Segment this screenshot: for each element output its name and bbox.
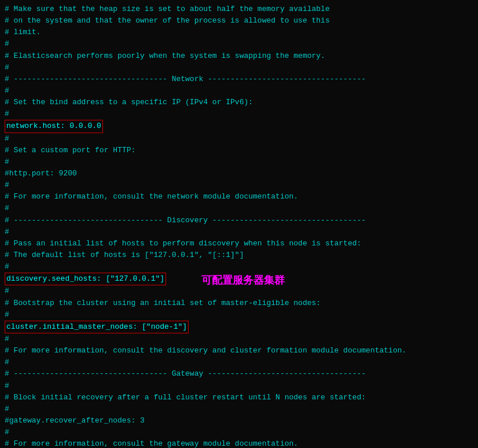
line-19: # --------------------------------- Disc…	[5, 215, 473, 226]
line-24: discovery.seed_hosts: ["127.0.0.1"]可配置服务…	[5, 273, 473, 285]
editor: # Make sure that the heap size is set to…	[0, 0, 478, 448]
line-11: network.host: 0.0.0.0	[5, 120, 473, 133]
line-34: # Block initial recovery after a full cl…	[5, 392, 473, 403]
line-36: #gateway.recover_after_nodes: 3	[5, 415, 473, 427]
annotation-label: 可配置服务器集群	[201, 273, 285, 289]
line-17: # For more information, consult the netw…	[5, 191, 473, 203]
line-8: #	[5, 85, 473, 97]
line-7: # ---------------------------------- Net…	[5, 74, 473, 85]
line-10: #	[5, 108, 473, 120]
line-21: # Pass an initial list of hosts to perfo…	[5, 238, 473, 249]
line-22: # The default list of hosts is ["127.0.0…	[5, 249, 473, 261]
line-18: #	[5, 203, 473, 214]
line-14: #	[5, 156, 473, 168]
line-29: #	[5, 333, 473, 345]
line-16: #	[5, 179, 473, 191]
line-5: # Elasticsearch performs poorly when the…	[5, 50, 473, 62]
line-33: #	[5, 380, 473, 392]
line-2: # on the system and that the owner of th…	[5, 15, 473, 27]
line-9: # Set the bind address to a specific IP …	[5, 97, 473, 108]
line-15: #http.port: 9200	[5, 168, 473, 179]
line-20: #	[5, 226, 473, 238]
line-37: #	[5, 427, 473, 438]
line-32: # ---------------------------------- Gat…	[5, 368, 473, 380]
line-13: # Set a custom port for HTTP:	[5, 145, 473, 156]
line-12: #	[5, 133, 473, 145]
line-31: #	[5, 357, 473, 368]
line-38: # For more information, consult the gate…	[5, 438, 473, 448]
line-35: #	[5, 403, 473, 415]
line-23: #	[5, 261, 473, 273]
line-4: #	[5, 38, 473, 50]
line-6: #	[5, 62, 473, 74]
line-28: cluster.initial_master_nodes: ["node-1"]	[5, 321, 473, 333]
line-26: # Bootstrap the cluster using an initial…	[5, 298, 473, 309]
line-1: # Make sure that the heap size is set to…	[5, 3, 473, 15]
line-27: #	[5, 309, 473, 321]
line-3: # limit.	[5, 27, 473, 38]
line-30: # For more information, consult the disc…	[5, 345, 473, 357]
